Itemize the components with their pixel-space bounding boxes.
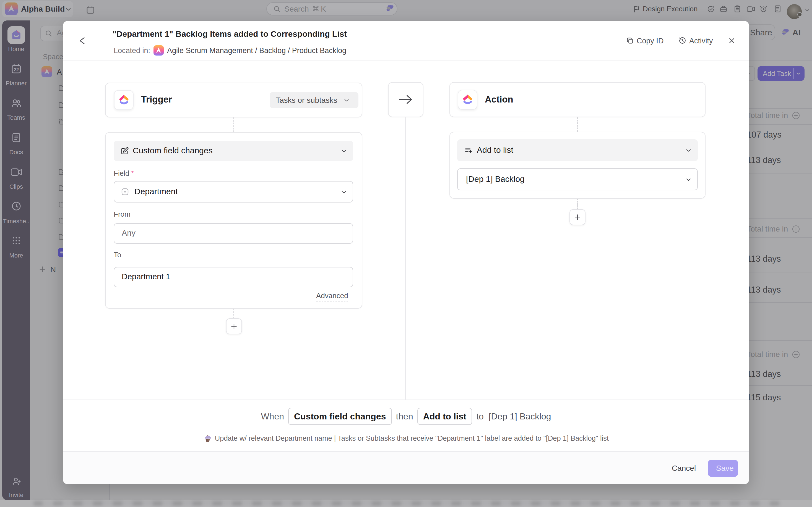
svg-text:22: 22 xyxy=(14,67,19,72)
